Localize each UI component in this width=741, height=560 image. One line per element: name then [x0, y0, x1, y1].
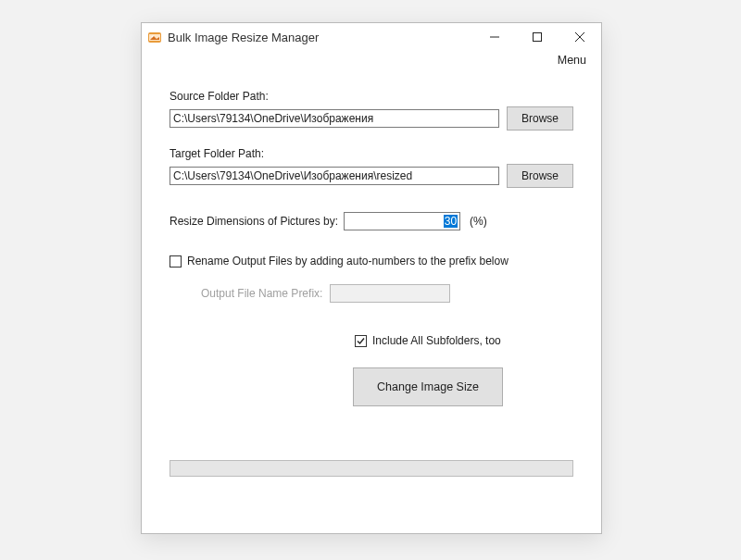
svg-rect-3 — [534, 33, 542, 42]
change-image-size-button[interactable]: Change Image Size — [353, 367, 503, 406]
prefix-row: Output File Name Prefix: — [170, 284, 573, 303]
source-folder-input[interactable] — [170, 109, 499, 128]
minimize-button[interactable] — [473, 23, 516, 51]
title-bar: Bulk Image Resize Manager — [142, 23, 601, 51]
rename-row: Rename Output Files by adding auto-numbe… — [170, 255, 573, 268]
source-folder-row: Browse — [170, 106, 573, 131]
menu-bar: Menu — [142, 51, 601, 71]
browse-target-button[interactable]: Browse — [507, 164, 573, 188]
target-folder-label: Target Folder Path: — [170, 147, 573, 160]
subfolders-label: Include All Subfolders, too — [372, 334, 501, 347]
target-folder-row: Browse — [170, 164, 573, 188]
subfolders-row: Include All Subfolders, too — [170, 334, 573, 347]
resize-percent-input[interactable]: 30 — [344, 212, 460, 230]
app-icon — [147, 30, 162, 44]
subfolders-checkbox[interactable] — [355, 335, 367, 347]
source-folder-label: Source Folder Path: — [170, 90, 573, 103]
browse-source-button[interactable]: Browse — [507, 106, 573, 131]
form-body: Source Folder Path: Browse Target Folder… — [142, 71, 601, 477]
app-window: Bulk Image Resize Manager Menu Source Fo… — [141, 22, 602, 534]
menu-item-menu[interactable]: Menu — [552, 52, 592, 68]
action-row: Change Image Size — [170, 367, 573, 406]
resize-row: Resize Dimensions of Pictures by: 30 (%) — [170, 212, 573, 230]
resize-percent-value: 30 — [444, 215, 458, 228]
prefix-input — [330, 284, 450, 303]
resize-suffix: (%) — [470, 215, 487, 228]
prefix-label: Output File Name Prefix: — [201, 287, 322, 300]
rename-label: Rename Output Files by adding auto-numbe… — [187, 255, 509, 268]
maximize-button[interactable] — [516, 23, 559, 51]
close-button[interactable] — [559, 23, 601, 51]
window-title: Bulk Image Resize Manager — [168, 31, 319, 44]
resize-label: Resize Dimensions of Pictures by: — [170, 215, 338, 228]
progress-bar — [170, 460, 573, 477]
rename-checkbox[interactable] — [170, 255, 182, 268]
window-controls — [473, 23, 601, 51]
target-folder-input[interactable] — [170, 167, 499, 185]
